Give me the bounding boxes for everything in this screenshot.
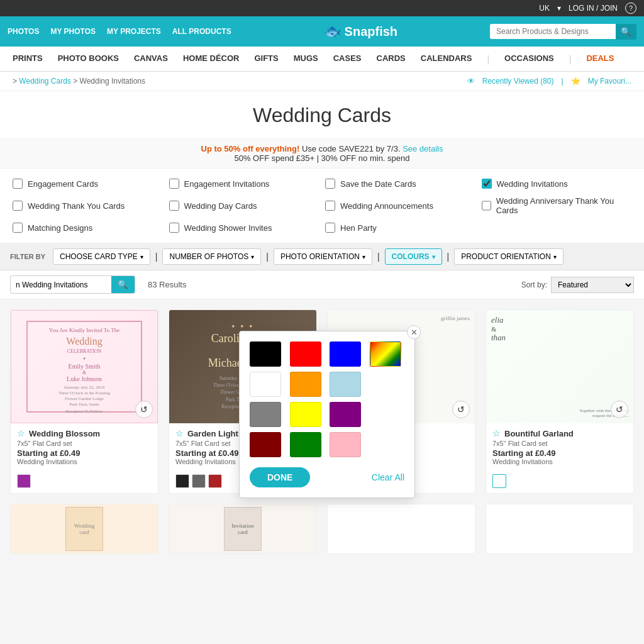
- filter-label: FILTER BY: [10, 253, 45, 260]
- login-link[interactable]: LOG IN / JOIN: [569, 4, 618, 13]
- region-selector[interactable]: UK: [539, 4, 550, 13]
- colour-green[interactable]: [290, 432, 321, 457]
- product-card-bottom-2[interactable]: Invitationcard: [169, 504, 317, 554]
- product-card-bottom-1[interactable]: Weddingcard: [10, 504, 158, 554]
- cat-home-decor[interactable]: HOME DÉCOR: [183, 47, 240, 70]
- cat-matching[interactable]: Matching Designs: [13, 223, 163, 233]
- cat-engagement-cards[interactable]: Engagement Cards: [13, 179, 163, 189]
- promo-code: Use code SAVE221 by 7/3.: [302, 144, 401, 153]
- colour-red[interactable]: [290, 341, 321, 367]
- filter-product-orientation[interactable]: PRODUCT ORIENTATION ▾: [454, 248, 564, 265]
- product-card-bottom-3[interactable]: [327, 504, 475, 554]
- breadcrumb-wedding-cards[interactable]: Wedding Cards: [19, 77, 71, 86]
- product-search-button[interactable]: 🔍: [111, 276, 135, 293]
- promo-link[interactable]: See details: [402, 144, 443, 153]
- nav-my-photos[interactable]: MY PHOTOS: [50, 27, 96, 36]
- cat-wedding-day[interactable]: Wedding Day Cards: [169, 196, 319, 215]
- cat-engagement-invitations[interactable]: Engagement Invitations: [169, 179, 319, 189]
- nav-my-projects[interactable]: MY PROJECTS: [107, 27, 161, 36]
- colour-pink[interactable]: [330, 432, 361, 457]
- nav-all-products[interactable]: ALL PRODUCTS: [172, 27, 231, 36]
- cat-wedding-day-checkbox[interactable]: [169, 201, 179, 211]
- cat-shower-invites-checkbox[interactable]: [169, 223, 179, 233]
- cat-occasions[interactable]: OCCASIONS: [504, 47, 554, 70]
- cat-cards[interactable]: CARDS: [377, 47, 406, 70]
- cat-photo-books[interactable]: PHOTO BOOKS: [58, 47, 119, 70]
- colour-yellow[interactable]: [290, 402, 321, 427]
- cat-gifts[interactable]: GIFTS: [254, 47, 278, 70]
- colour-black[interactable]: [250, 341, 281, 367]
- swatch-purple[interactable]: [17, 474, 31, 488]
- rotate-button-blossom[interactable]: ↺: [135, 401, 153, 418]
- swatch-white2[interactable]: [492, 474, 506, 488]
- nav-photos[interactable]: PHOTOS: [8, 27, 39, 36]
- cat-save-date-checkbox[interactable]: [325, 179, 335, 189]
- cat-cases[interactable]: CASES: [333, 47, 362, 70]
- star-icon: ⭐: [571, 77, 580, 86]
- colour-white[interactable]: [250, 372, 281, 397]
- cat-save-date[interactable]: Save the Date Cards: [325, 179, 475, 189]
- colour-blue[interactable]: [330, 341, 361, 367]
- logo-text: Snapfish: [345, 25, 397, 39]
- colour-multicolor[interactable]: [370, 341, 401, 367]
- favourite-star-garden[interactable]: ☆: [175, 428, 184, 438]
- cat-matching-checkbox[interactable]: [13, 223, 23, 233]
- cat-wedding-invitations-checkbox[interactable]: [482, 179, 492, 189]
- colour-gray[interactable]: [250, 402, 281, 427]
- recently-viewed-link[interactable]: Recently Viewed (80): [482, 77, 554, 86]
- filter-card-type[interactable]: CHOOSE CARD TYPE ▾: [53, 248, 150, 265]
- product-card-bottom-4[interactable]: [486, 504, 634, 554]
- cat-announcements[interactable]: Wedding Announcements: [325, 196, 475, 215]
- colour-light-blue[interactable]: [330, 372, 361, 397]
- search-button[interactable]: 🔍: [616, 24, 636, 40]
- categories-section: Engagement Cards Engagement Invitations …: [0, 169, 644, 243]
- filter-photo-orientation[interactable]: PHOTO ORIENTATION ▾: [274, 248, 372, 265]
- help-icon[interactable]: ?: [625, 3, 636, 14]
- rotate-button-garland[interactable]: ↺: [611, 401, 628, 418]
- cat-prints[interactable]: PRINTS: [13, 47, 43, 70]
- cat-engagement-cards-label: Engagement Cards: [28, 179, 98, 189]
- cat-calendars[interactable]: CALENDARS: [421, 47, 472, 70]
- product-card-garland[interactable]: elia & than Together with their families…: [486, 309, 634, 494]
- cat-anniversary-checkbox[interactable]: [482, 201, 491, 211]
- filter-num-photos[interactable]: NUMBER OF PHOTOS ▾: [162, 248, 261, 265]
- colours-close-button[interactable]: ✕: [407, 325, 421, 339]
- cat-hen-party[interactable]: Hen Party: [325, 223, 475, 233]
- filter-colours[interactable]: COLOURS ▾: [385, 248, 442, 265]
- colour-empty2: [370, 402, 401, 427]
- colour-purple[interactable]: [330, 402, 361, 427]
- cat-deals[interactable]: DEALS: [586, 47, 614, 70]
- product-subtitle-garland: 7x5" Flat Card set: [492, 440, 627, 447]
- cat-thank-you[interactable]: Wedding Thank You Cards: [13, 196, 163, 215]
- cat-mugs[interactable]: MUGS: [294, 47, 318, 70]
- rotate-button-blooming[interactable]: ↺: [452, 401, 470, 418]
- colour-grid: [250, 341, 404, 457]
- sort-select[interactable]: Featured Price: Low to High Price: High …: [551, 277, 634, 293]
- cat-engagement-invitations-checkbox[interactable]: [169, 179, 179, 189]
- cat-engagement-cards-checkbox[interactable]: [13, 179, 23, 189]
- swatch-black[interactable]: [175, 474, 189, 488]
- product-search-input[interactable]: [11, 277, 111, 292]
- colours-done-button[interactable]: DONE: [250, 467, 310, 487]
- cat-wedding-invitations[interactable]: Wedding Invitations: [482, 179, 632, 189]
- colour-orange[interactable]: [290, 372, 321, 397]
- cat-save-date-label: Save the Date Cards: [340, 179, 416, 189]
- colours-clear-button[interactable]: Clear All: [372, 472, 404, 482]
- favourites-link[interactable]: My Favouri...: [588, 77, 631, 86]
- cat-canvas[interactable]: CANVAS: [134, 47, 168, 70]
- cat-anniversary[interactable]: Wedding Anniversary Thank You Cards: [482, 196, 632, 215]
- cat-shower-invites[interactable]: Wedding Shower Invites: [169, 223, 319, 233]
- favourite-star-blossom[interactable]: ☆: [17, 428, 25, 438]
- filter-sep3: |: [377, 252, 380, 262]
- search-input[interactable]: [490, 24, 616, 39]
- product-card-blossom[interactable]: You Are Kindly Invited To The Wedding CE…: [10, 309, 158, 494]
- swatch-gray[interactable]: [192, 474, 206, 488]
- cat-hen-party-checkbox[interactable]: [325, 223, 335, 233]
- favourite-star-garland[interactable]: ☆: [492, 428, 501, 438]
- cat-matching-label: Matching Designs: [28, 223, 92, 233]
- cat-wedding-invitations-label: Wedding Invitations: [497, 179, 568, 189]
- cat-announcements-checkbox[interactable]: [325, 201, 335, 211]
- colour-dark-red[interactable]: [250, 432, 281, 457]
- swatch-red[interactable]: [208, 474, 222, 488]
- cat-thank-you-checkbox[interactable]: [13, 201, 23, 211]
